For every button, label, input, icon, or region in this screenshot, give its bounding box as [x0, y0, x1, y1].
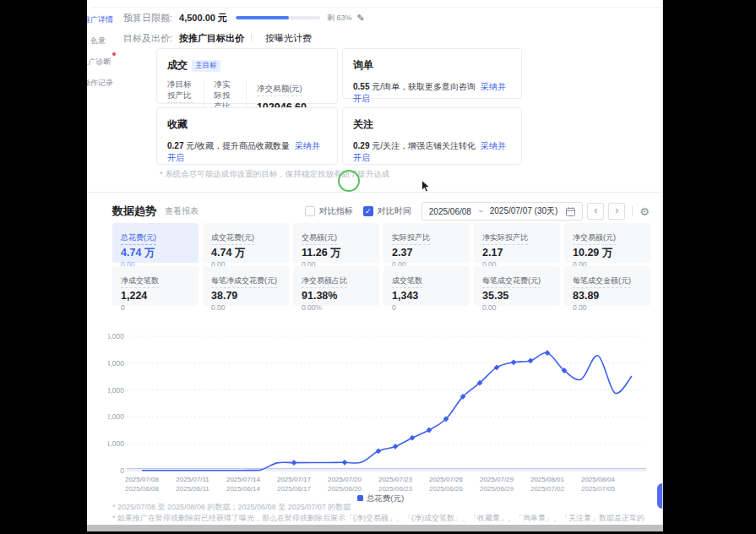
- svg-text:2025/07/17: 2025/07/17: [277, 476, 312, 483]
- goal-option-divider: [251, 34, 252, 42]
- trend-title: 数据趋势: [112, 204, 156, 219]
- svg-text:2025/06/08: 2025/06/08: [125, 485, 160, 493]
- trend-metric-value: 83.89: [573, 291, 642, 302]
- trend-metric-value: 38.79: [211, 291, 280, 302]
- sidebar-item-history[interactable]: 操作记录: [87, 74, 123, 89]
- trend-metric-label: 净成交笔数: [121, 275, 159, 288]
- svg-text:2025/06/20: 2025/06/20: [328, 485, 362, 493]
- svg-text:2025/07/08: 2025/07/08: [125, 476, 160, 483]
- svg-text:2025/07/11: 2025/07/11: [176, 476, 209, 483]
- svg-text:4,000: 4,000: [108, 359, 124, 368]
- next-period-button[interactable]: ›: [608, 203, 625, 220]
- goal-option-by-impression[interactable]: 按曝光计费: [265, 32, 312, 45]
- trend-metric-compare-value: 0.00: [482, 303, 552, 312]
- click-highlight-ring: [338, 170, 360, 192]
- trend-metric-value: 10.29 万: [573, 248, 642, 259]
- legend-swatch: [357, 495, 363, 501]
- svg-text:2025/06/14: 2025/06/14: [226, 485, 261, 493]
- trend-metric-compare-value: 0.00: [573, 303, 642, 312]
- budget-progress-fill: [236, 16, 289, 19]
- trend-metric-label: 成交花费(元): [211, 232, 254, 245]
- trend-metric-card[interactable]: 成交笔数1,3430: [383, 266, 470, 306]
- sidebar-item-diagnose[interactable]: 推广诊断: [87, 52, 123, 68]
- trend-metric-label: 净交易额(元): [573, 232, 616, 245]
- line-chart: 01,0002,0003,0004,0005,0002025/07/082025…: [108, 326, 653, 495]
- trend-metric-card[interactable]: 成交花费(元)4.74 万0.00: [203, 223, 289, 263]
- trend-metric-value: 4.74 万: [121, 248, 190, 259]
- trend-metric-compare-value: 0: [392, 303, 461, 312]
- trend-metric-value: 2.37: [392, 248, 461, 259]
- trend-metric-card[interactable]: 总花费(元)4.74 万0.00: [112, 223, 199, 263]
- svg-text:2025/08/04: 2025/08/04: [581, 476, 616, 483]
- mouse-cursor: [422, 180, 431, 193]
- svg-text:2025/07/29: 2025/07/29: [480, 476, 514, 483]
- trend-metric-card[interactable]: 净交易额占比91.38%0.00%: [293, 266, 379, 306]
- card-deal-title: 成交: [167, 58, 188, 73]
- svg-text:1,000: 1,000: [108, 439, 124, 448]
- trend-metric-label: 成交笔数: [392, 275, 422, 288]
- sidebar-item-label: 推广详情: [87, 15, 113, 25]
- trend-header: 数据趋势 查看报表 对比指标 ✓ 对比时间 2025/06/08 ~ 2025/…: [112, 201, 650, 221]
- budget-label: 预算日限额:: [123, 12, 172, 25]
- date-start: 2025/06/08: [429, 207, 471, 216]
- notification-dot: [112, 52, 116, 56]
- trend-metric-value: 4.74 万: [211, 248, 280, 259]
- card-favorite-title: 收藏: [167, 117, 188, 132]
- trend-metric-label: 每笔成交金额(元): [573, 275, 631, 288]
- trend-metric-card[interactable]: 交易额(元)11.26 万0.00: [293, 223, 379, 263]
- view-report-link[interactable]: 查看报表: [165, 205, 199, 217]
- trend-metric-grid: 总花费(元)4.74 万0.00成交花费(元)4.74 万0.00交易额(元)1…: [112, 223, 650, 306]
- trend-metric-value: 1,343: [392, 291, 461, 302]
- card-deal: 成交主目标 净目标投产比i 2.45 ✎ 净实际投产比 2.17 净交易额(元)…: [156, 48, 338, 104]
- budget-progressbar: [236, 16, 320, 19]
- trend-metric-label: 每笔净成交花费(元): [211, 275, 277, 288]
- svg-text:2025/06/11: 2025/06/11: [176, 485, 209, 493]
- compare-time-checkbox[interactable]: ✓: [363, 206, 373, 216]
- trend-metric-card[interactable]: 净成交笔数1,2240: [112, 266, 199, 306]
- svg-text:2025/06/17: 2025/06/17: [277, 485, 312, 493]
- card-inquiry: 询单 0.55 元/询单，获取更多意向咨询采纳并开启: [342, 48, 522, 99]
- svg-text:2025/08/01: 2025/08/01: [530, 476, 565, 483]
- goal-option-by-target[interactable]: 按推广目标出价: [179, 32, 244, 45]
- trend-metric-card[interactable]: 实际投产比2.370.00: [383, 223, 470, 263]
- trend-metric-label: 实际投产比: [392, 232, 430, 245]
- svg-text:2025/07/14: 2025/07/14: [226, 476, 261, 483]
- bottom-scrollbar-track[interactable]: [87, 525, 663, 531]
- budget-value: 4,500.00 元: [179, 12, 227, 25]
- sidebar-item-promo-detail[interactable]: 推广详情: [87, 10, 123, 25]
- svg-text:2025/07/26: 2025/07/26: [429, 476, 464, 483]
- trend-metric-value: 2.17: [482, 248, 552, 259]
- chart-footnotes: * 2025/07/08 至 2025/08/06 的数据；2025/06/08…: [112, 503, 645, 525]
- card-inquiry-title: 询单: [353, 58, 373, 73]
- trend-metric-card[interactable]: 每笔净成交花费(元)38.790.00: [203, 266, 289, 306]
- card-favorite: 收藏 0.27 元/收藏，提升商品收藏数量采纳并开启: [156, 107, 338, 165]
- trend-metric-label: 交易额(元): [302, 232, 337, 245]
- compare-metric-checkbox[interactable]: [305, 206, 315, 216]
- legend-label: 总花费(元): [367, 493, 404, 503]
- trend-metric-compare-value: 0: [121, 303, 190, 312]
- main-goal-badge: 主目标: [192, 60, 220, 72]
- goal-label: 目标及出价:: [123, 32, 172, 45]
- trend-metric-label: 净实际投产比: [482, 232, 528, 245]
- app-window: 推广详情创意推广诊断操作记录 预算日限额: 4,500.00 元 剩 63% ✎…: [87, 0, 663, 525]
- trend-metric-card[interactable]: 每笔成交金额(元)83.890.00: [564, 266, 650, 306]
- trend-metric-card[interactable]: 每笔成交花费(元)35.350.00: [474, 266, 560, 306]
- section-divider: [87, 192, 662, 193]
- trend-metric-card[interactable]: 净实际投产比2.170.00: [474, 223, 560, 263]
- floating-side-button[interactable]: [657, 483, 663, 509]
- trend-metric-compare-value: 0.00%: [302, 303, 371, 312]
- trend-metric-value: 91.38%: [302, 291, 371, 302]
- date-end: 2025/07/07 (30天): [490, 205, 558, 217]
- budget-edit-pencil-icon[interactable]: ✎: [356, 13, 364, 24]
- date-range-input[interactable]: 2025/06/08 ~ 2025/07/07 (30天): [422, 202, 584, 221]
- svg-text:2025/07/20: 2025/07/20: [328, 476, 362, 483]
- prev-period-button[interactable]: ‹: [587, 203, 604, 220]
- screen: 推广详情创意推广诊断操作记录 预算日限额: 4,500.00 元 剩 63% ✎…: [0, 0, 756, 534]
- trend-metric-label: 每笔成交花费(元): [482, 275, 541, 288]
- trend-metric-card[interactable]: 净交易额(元)10.29 万0.00: [564, 223, 650, 263]
- svg-text:2025/06/23: 2025/06/23: [378, 485, 413, 493]
- trend-metric-value: 11.26 万: [302, 248, 371, 259]
- trend-metric-label: 总花费(元): [121, 232, 156, 245]
- sidebar-item-creative[interactable]: 创意: [87, 31, 123, 46]
- gear-icon[interactable]: ⚙: [639, 205, 650, 218]
